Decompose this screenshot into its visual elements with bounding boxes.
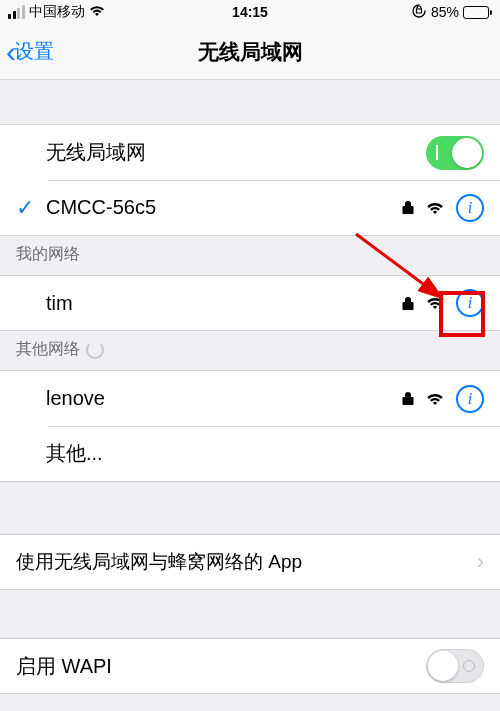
wifi-strength-icon	[426, 392, 444, 406]
clock-label: 14:15	[232, 4, 268, 20]
wifi-toggle-label: 无线局域网	[46, 139, 426, 166]
page-title: 无线局域网	[198, 38, 303, 66]
lock-icon	[402, 296, 414, 311]
wifi-toggle-row: 无线局域网	[0, 124, 500, 180]
carrier-label: 中国移动	[29, 3, 85, 21]
info-button[interactable]: i	[456, 194, 484, 222]
chevron-right-icon: ›	[477, 549, 484, 575]
network-name: tim	[46, 292, 402, 315]
wapi-switch[interactable]	[426, 649, 484, 683]
battery-pct-label: 85%	[431, 4, 459, 20]
wifi-apps-label: 使用无线局域网与蜂窝网络的 App	[16, 549, 477, 575]
wifi-switch[interactable]	[426, 136, 484, 170]
checkmark-icon: ✓	[16, 195, 46, 221]
svg-point-0	[413, 5, 425, 17]
spinner-icon	[86, 341, 104, 359]
other-network-row[interactable]: 其他...	[0, 426, 500, 482]
nav-bar: ‹ 设置 无线局域网	[0, 24, 500, 80]
wapi-label: 启用 WAPI	[16, 653, 426, 680]
status-bar: 中国移动 14:15 85%	[0, 0, 500, 24]
battery-icon	[463, 6, 492, 19]
connected-network-name: CMCC-56c5	[46, 196, 402, 219]
signal-icon	[8, 5, 25, 19]
info-button[interactable]: i	[456, 385, 484, 413]
other-label: 其他...	[46, 440, 484, 467]
back-label: 设置	[14, 38, 54, 65]
network-row-tim[interactable]: tim i	[0, 275, 500, 331]
lock-icon	[402, 391, 414, 406]
info-button[interactable]: i	[456, 289, 484, 317]
wifi-apps-row[interactable]: 使用无线局域网与蜂窝网络的 App ›	[0, 534, 500, 590]
wifi-strength-icon	[426, 296, 444, 310]
orientation-lock-icon	[411, 3, 427, 22]
network-row-lenove[interactable]: lenove i	[0, 370, 500, 426]
wifi-strength-icon	[426, 201, 444, 215]
lock-icon	[402, 200, 414, 215]
other-networks-header: 其他网络	[0, 331, 500, 370]
my-networks-header: 我的网络	[0, 236, 500, 275]
wapi-row: 启用 WAPI	[0, 638, 500, 694]
connected-network-row[interactable]: ✓ CMCC-56c5 i	[0, 180, 500, 236]
wifi-status-icon	[89, 4, 105, 20]
back-button[interactable]: ‹ 设置	[0, 37, 54, 67]
network-name: lenove	[46, 387, 402, 410]
